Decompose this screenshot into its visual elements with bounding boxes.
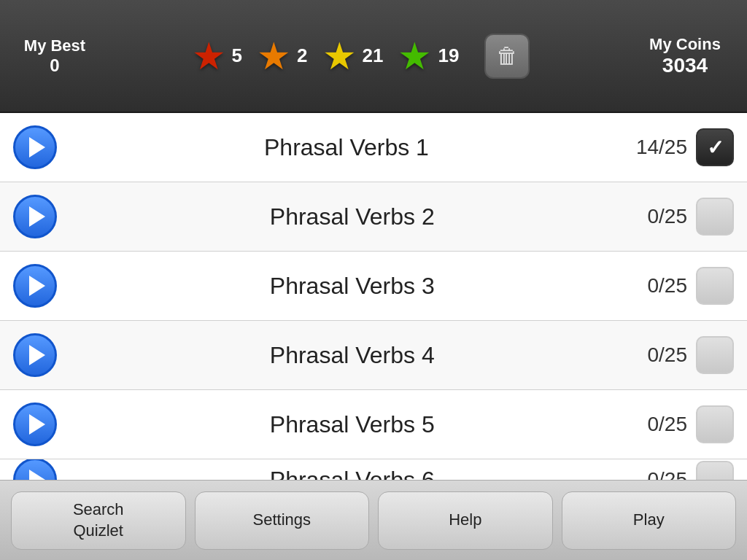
green-star-icon: ★ — [398, 37, 432, 75]
yellow-star-count: 21 — [363, 44, 384, 67]
list-item: Phrasal Verbs 4 0/25 — [0, 321, 747, 390]
play-item-6-button[interactable] — [13, 459, 57, 480]
item-3-score: 0/25 — [648, 274, 688, 298]
list-item: Phrasal Verbs 3 0/25 — [0, 252, 747, 321]
list-container: Phrasal Verbs 1 14/25 ✓ Phrasal Verbs 2 … — [0, 113, 747, 480]
star-item-green: ★ 19 — [398, 37, 459, 75]
item-3-title: Phrasal Verbs 3 — [57, 273, 648, 300]
item-4-checkbox[interactable] — [696, 336, 734, 374]
red-star-count: 5 — [232, 44, 242, 67]
trash-icon: 🗑 — [496, 44, 518, 69]
item-1-checkbox[interactable]: ✓ — [696, 128, 734, 166]
item-2-title: Phrasal Verbs 2 — [57, 203, 648, 230]
play-item-5-button[interactable] — [13, 402, 57, 446]
trash-button[interactable]: 🗑 — [484, 34, 530, 79]
my-best-value: 0 — [50, 55, 59, 76]
my-coins-label: My Coins — [649, 35, 721, 54]
list-item: Phrasal Verbs 2 0/25 — [0, 182, 747, 252]
list-item: Phrasal Verbs 1 14/25 ✓ — [0, 113, 747, 182]
play-button[interactable]: Play — [562, 491, 737, 550]
my-best-section: My Best 0 — [15, 36, 95, 76]
star-item-orange: ★ 2 — [257, 37, 307, 75]
item-6-title: Phrasal Verbs 6 — [57, 467, 648, 481]
green-star-count: 19 — [438, 44, 459, 67]
search-quizlet-button[interactable]: SearchQuizlet — [11, 491, 186, 550]
my-coins-section: My Coins 3034 — [638, 35, 732, 77]
list-item: Phrasal Verbs 5 0/25 — [0, 390, 747, 459]
help-button[interactable]: Help — [378, 491, 553, 550]
item-2-checkbox[interactable] — [696, 198, 734, 236]
my-best-label: My Best — [24, 36, 85, 55]
item-4-score: 0/25 — [648, 343, 688, 367]
red-star-icon: ★ — [192, 37, 226, 75]
item-5-score: 0/25 — [648, 413, 688, 436]
item-4-title: Phrasal Verbs 4 — [57, 342, 648, 369]
play-arrow-icon — [29, 470, 45, 480]
item-3-checkbox[interactable] — [696, 267, 734, 305]
list-item-partial: Phrasal Verbs 6 0/25 — [0, 459, 747, 480]
yellow-star-icon: ★ — [322, 37, 357, 75]
star-item-red: ★ 5 — [192, 37, 242, 75]
item-6-checkbox[interactable] — [696, 461, 734, 480]
item-2-score: 0/25 — [648, 205, 688, 228]
app-container: My Best 0 ★ 5 ★ 2 ★ 21 ★ 19 🗑 — [0, 0, 747, 560]
my-coins-value: 3034 — [662, 54, 708, 77]
play-arrow-icon — [29, 206, 45, 227]
item-1-score: 14/25 — [636, 136, 687, 159]
orange-star-count: 2 — [297, 44, 307, 67]
item-6-score: 0/25 — [648, 468, 688, 480]
stars-row: ★ 5 ★ 2 ★ 21 ★ 19 🗑 — [95, 34, 638, 79]
play-arrow-icon — [29, 345, 45, 365]
toolbar: SearchQuizlet Settings Help Play — [0, 480, 747, 560]
star-item-yellow: ★ 21 — [322, 37, 384, 75]
play-arrow-icon — [29, 276, 45, 296]
item-5-checkbox[interactable] — [696, 405, 734, 443]
checkmark-icon: ✓ — [707, 136, 724, 160]
play-item-2-button[interactable] — [13, 195, 57, 238]
item-5-title: Phrasal Verbs 5 — [57, 411, 648, 438]
play-item-3-button[interactable] — [13, 264, 57, 308]
orange-star-icon: ★ — [257, 37, 291, 75]
settings-button[interactable]: Settings — [195, 491, 370, 550]
play-arrow-icon — [29, 414, 45, 435]
play-arrow-icon — [29, 137, 45, 158]
play-item-1-button[interactable] — [13, 125, 57, 169]
header: My Best 0 ★ 5 ★ 2 ★ 21 ★ 19 🗑 — [0, 0, 747, 113]
play-item-4-button[interactable] — [13, 333, 57, 377]
item-1-title: Phrasal Verbs 1 — [57, 134, 636, 161]
